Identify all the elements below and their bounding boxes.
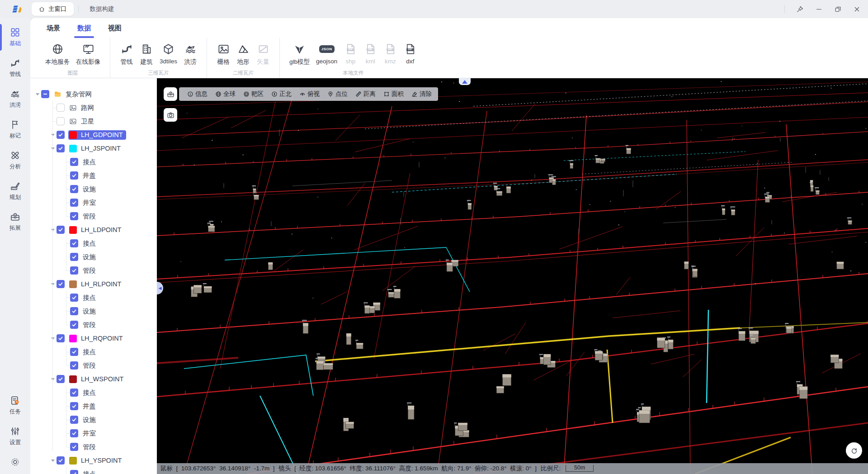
viewport-tool-point-position[interactable]: 点位 xyxy=(327,90,348,98)
checkbox[interactable] xyxy=(70,158,78,166)
checkbox[interactable] xyxy=(70,402,78,410)
tree-row-main[interactable]: 设施 xyxy=(82,415,99,425)
top-collapse-handle[interactable] xyxy=(459,78,471,85)
ribbon-item-raster[interactable]: 栅格 xyxy=(213,42,233,66)
sidebar-item-extension[interactable]: 拓展 xyxy=(0,208,30,236)
viewport-tool-clear[interactable]: 清除 xyxy=(411,90,432,98)
checkbox[interactable] xyxy=(41,90,49,98)
ribbon-item-kml[interactable]: KMLkml xyxy=(360,42,380,65)
ribbon-tab-view[interactable]: 视图 xyxy=(108,24,122,38)
tree-row-main[interactable]: 管段 xyxy=(82,442,99,452)
checkbox[interactable] xyxy=(70,199,78,207)
checkbox[interactable] xyxy=(70,416,78,424)
checkbox[interactable] xyxy=(57,131,65,139)
tree-row-main[interactable]: 井室 xyxy=(82,428,99,439)
refresh-button[interactable] xyxy=(846,442,862,459)
tree-row-LH_RLPOINT-node[interactable]: 接点 xyxy=(30,291,157,304)
sidebar-item-settings[interactable]: 设置 xyxy=(0,422,30,450)
sidebar-item-theme[interactable] xyxy=(0,453,30,471)
tree-row-main[interactable]: 接点 xyxy=(82,293,99,303)
tree-row-LH_WSPOINT-chamber[interactable]: 井室 xyxy=(30,427,157,440)
tree-row-main[interactable]: LH_JSPOINT xyxy=(68,144,124,153)
tree-row-LH_RLPOINT-facility[interactable]: 设施 xyxy=(30,304,157,318)
checkbox[interactable] xyxy=(70,470,78,474)
tree-row-main[interactable]: 接点 xyxy=(82,347,99,357)
checkbox[interactable] xyxy=(70,361,78,370)
ribbon-item-dxf[interactable]: DXFdxf xyxy=(400,42,420,65)
caret-down-icon[interactable] xyxy=(49,134,57,136)
tree-row-main[interactable]: 接点 xyxy=(82,238,99,249)
checkbox[interactable] xyxy=(70,321,78,329)
sidebar-item-mark[interactable]: 标记 xyxy=(0,116,30,143)
tree-row-main[interactable]: 接点 xyxy=(82,157,99,167)
tree-row-LH_WSPOINT[interactable]: LH_WSPOINT xyxy=(30,372,157,386)
checkbox[interactable] xyxy=(70,266,78,275)
tree-row-main[interactable]: 井盖 xyxy=(82,171,99,181)
restore-button[interactable] xyxy=(828,0,847,18)
tree-row-main[interactable]: 接点 xyxy=(82,469,99,474)
checkbox[interactable] xyxy=(70,429,78,437)
tree-row-LH_YSPOINT-node[interactable]: 接点 xyxy=(30,467,157,474)
ribbon-item-glb-model[interactable]: glb模型 xyxy=(286,42,313,66)
viewport-tool-true-north[interactable]: 正北 xyxy=(271,90,292,98)
tree-row-LH_LDPOINT-segment[interactable]: 管段 xyxy=(30,264,157,277)
checkbox[interactable] xyxy=(70,348,78,356)
caret-down-icon[interactable] xyxy=(49,283,57,285)
tree-row-LH_LDPOINT-facility[interactable]: 设施 xyxy=(30,250,157,264)
tree-row-main[interactable]: 管段 xyxy=(82,265,99,276)
close-button[interactable] xyxy=(847,0,866,18)
checkbox[interactable] xyxy=(57,280,65,288)
checkbox[interactable] xyxy=(70,294,78,302)
tree-row-LH_LDPOINT[interactable]: LH_LDPOINT xyxy=(30,223,157,237)
tree-row-LH_JSPOINT-segment[interactable]: 管段 xyxy=(30,209,157,223)
checkbox[interactable] xyxy=(70,307,78,315)
tree-row-main[interactable]: 设施 xyxy=(82,252,99,262)
camera-button[interactable] xyxy=(164,108,177,122)
checkbox[interactable] xyxy=(57,334,65,342)
tree-row-main[interactable]: LH_LDPOINT xyxy=(68,225,124,235)
tree-row-LH_RQPOINT[interactable]: LH_RQPOINT xyxy=(30,332,157,345)
ribbon-item-kmz[interactable]: KMZkmz xyxy=(380,42,400,65)
tree-row-main[interactable]: LH_GDPOINT xyxy=(68,130,126,140)
tree-row-main[interactable]: 路网 xyxy=(68,103,97,113)
tree-row-main[interactable]: 管段 xyxy=(82,211,99,222)
minimize-button[interactable] xyxy=(809,0,828,18)
ribbon-item-flood-tiles[interactable]: 洪涝 xyxy=(180,42,200,66)
tree-row-LH_RLPOINT[interactable]: LH_RLPOINT xyxy=(30,277,157,291)
sidebar-item-analysis[interactable]: 分析 xyxy=(0,147,30,174)
tree-row-main[interactable]: 井室 xyxy=(82,198,99,208)
tree-row-LH_RQPOINT-segment[interactable]: 管段 xyxy=(30,359,157,372)
tree-row-LH_GDPOINT[interactable]: LH_GDPOINT xyxy=(30,128,157,142)
caret-down-icon[interactable] xyxy=(49,460,57,462)
viewport-tool-distance[interactable]: 距离 xyxy=(355,90,376,98)
tree-row-LH_LDPOINT-node[interactable]: 接点 xyxy=(30,237,157,250)
checkbox[interactable] xyxy=(70,443,78,451)
tree-row-main[interactable]: 设施 xyxy=(82,184,99,194)
tree-row-main[interactable]: 卫星 xyxy=(68,116,97,127)
tree-row-LH_JSPOINT-facility[interactable]: 设施 xyxy=(30,182,157,196)
checkbox[interactable] xyxy=(70,253,78,261)
window-tab-data-build[interactable]: 数据构建 xyxy=(83,2,121,16)
ribbon-item-terrain[interactable]: 地形 xyxy=(233,42,253,66)
tree-row-LH_RQPOINT-node[interactable]: 接点 xyxy=(30,345,157,359)
caret-down-icon[interactable] xyxy=(49,337,57,340)
sidebar-item-planning[interactable]: 规划 xyxy=(0,177,30,205)
pin-button[interactable] xyxy=(790,0,809,18)
map-canvas[interactable] xyxy=(157,78,868,474)
sidebar-item-tasks[interactable]: 任务 xyxy=(0,392,30,419)
checkbox[interactable] xyxy=(57,104,65,112)
tree-row-complex-network[interactable]: 复杂管网 xyxy=(30,87,157,101)
ribbon-item-online-imagery[interactable]: 在线影像 xyxy=(73,42,104,66)
tree-row-LH_WSPOINT-segment[interactable]: 管段 xyxy=(30,440,157,454)
ribbon-item-shp[interactable]: SHPshp xyxy=(340,42,360,65)
caret-down-icon[interactable] xyxy=(49,229,57,231)
checkbox[interactable] xyxy=(57,375,65,383)
checkbox[interactable] xyxy=(70,185,78,193)
tree-row-main[interactable]: 井盖 xyxy=(82,401,99,412)
tree-row-LH_JSPOINT-cover[interactable]: 井盖 xyxy=(30,169,157,182)
sidebar-item-pipeline[interactable]: 管线 xyxy=(0,54,30,82)
sidebar-item-basic[interactable]: 基础 xyxy=(0,24,30,51)
tree-row-main[interactable]: 管段 xyxy=(82,360,99,371)
tree-row-LH_YSPOINT[interactable]: LH_YSPOINT xyxy=(30,454,157,467)
tree-row-main[interactable]: LH_WSPOINT xyxy=(68,374,127,384)
